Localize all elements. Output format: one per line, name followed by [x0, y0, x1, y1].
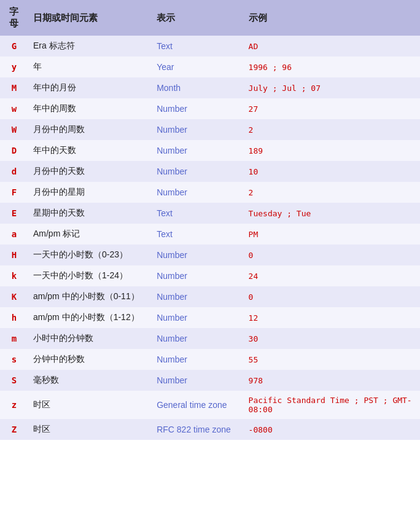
- cell-example: -0800: [244, 419, 420, 440]
- cell-letter: M: [0, 77, 28, 98]
- cell-repr: General time zone: [152, 391, 243, 419]
- cell-repr: Number: [152, 119, 243, 140]
- cell-example: 27: [244, 98, 420, 119]
- table-row: F月份中的星期Number2: [0, 182, 420, 203]
- main-table-container: 字母 日期或时间元素 表示 示例 GEra 标志符TextADy年Year199…: [0, 0, 420, 440]
- col-letter-header: 字母: [0, 0, 28, 36]
- cell-repr: Number: [152, 161, 243, 182]
- cell-desc: 分钟中的秒数: [28, 349, 152, 370]
- table-row: W月份中的周数Number2: [0, 119, 420, 140]
- cell-desc: Era 标志符: [28, 36, 152, 57]
- cell-example: 10: [244, 161, 420, 182]
- cell-letter: z: [0, 391, 28, 419]
- cell-example: July ; Jul ; 07: [244, 77, 420, 98]
- cell-repr: Text: [152, 203, 243, 224]
- cell-letter: S: [0, 370, 28, 391]
- cell-repr: Number: [152, 328, 243, 349]
- cell-example: 2: [244, 182, 420, 203]
- cell-example: 30: [244, 328, 420, 349]
- cell-repr: Year: [152, 57, 243, 77]
- cell-example: 1996 ; 96: [244, 57, 420, 77]
- table-row: w年中的周数Number27: [0, 98, 420, 119]
- cell-example: 55: [244, 349, 420, 370]
- cell-letter: d: [0, 161, 28, 182]
- table-row: ham/pm 中的小时数（1-12）Number12: [0, 307, 420, 328]
- table-row: s分钟中的秒数Number55: [0, 349, 420, 370]
- table-row: H一天中的小时数（0-23）Number0: [0, 245, 420, 265]
- cell-example: 189: [244, 140, 420, 161]
- table-row: D年中的天数Number189: [0, 140, 420, 161]
- col-repr-header: 表示: [152, 0, 243, 36]
- cell-desc: 月份中的周数: [28, 119, 152, 140]
- table-row: y年Year1996 ; 96: [0, 57, 420, 77]
- col-desc-header: 日期或时间元素: [28, 0, 152, 36]
- cell-example: Tuesday ; Tue: [244, 203, 420, 224]
- cell-desc: 时区: [28, 391, 152, 419]
- cell-letter: k: [0, 265, 28, 286]
- cell-example: 978: [244, 370, 420, 391]
- cell-letter: h: [0, 307, 28, 328]
- cell-repr: Number: [152, 370, 243, 391]
- cell-repr: Number: [152, 265, 243, 286]
- table-row: S毫秒数Number978: [0, 370, 420, 391]
- cell-repr: Number: [152, 286, 243, 307]
- cell-desc: 年中的天数: [28, 140, 152, 161]
- cell-letter: E: [0, 203, 28, 224]
- cell-letter: F: [0, 182, 28, 203]
- cell-desc: 年: [28, 57, 152, 77]
- cell-desc: am/pm 中的小时数（1-12）: [28, 307, 152, 328]
- table-row: Kam/pm 中的小时数（0-11）Number0: [0, 286, 420, 307]
- cell-example: PM: [244, 224, 420, 245]
- cell-desc: 小时中的分钟数: [28, 328, 152, 349]
- cell-desc: am/pm 中的小时数（0-11）: [28, 286, 152, 307]
- cell-example: 0: [244, 286, 420, 307]
- cell-desc: 年中的月份: [28, 77, 152, 98]
- cell-desc: 年中的周数: [28, 98, 152, 119]
- cell-desc: 月份中的星期: [28, 182, 152, 203]
- cell-example: 2: [244, 119, 420, 140]
- cell-letter: Z: [0, 419, 28, 440]
- table-header-row: 字母 日期或时间元素 表示 示例: [0, 0, 420, 36]
- table-row: M年中的月份MonthJuly ; Jul ; 07: [0, 77, 420, 98]
- cell-repr: Number: [152, 307, 243, 328]
- table-row: GEra 标志符TextAD: [0, 36, 420, 57]
- cell-example: 12: [244, 307, 420, 328]
- cell-letter: m: [0, 328, 28, 349]
- cell-desc: 一天中的小时数（0-23）: [28, 245, 152, 265]
- cell-desc: 一天中的小时数（1-24）: [28, 265, 152, 286]
- cell-example: AD: [244, 36, 420, 57]
- table-row: m小时中的分钟数Number30: [0, 328, 420, 349]
- cell-letter: G: [0, 36, 28, 57]
- table-row: E星期中的天数TextTuesday ; Tue: [0, 203, 420, 224]
- table-row: d月份中的天数Number10: [0, 161, 420, 182]
- cell-letter: y: [0, 57, 28, 77]
- cell-repr: Number: [152, 245, 243, 265]
- cell-letter: K: [0, 286, 28, 307]
- col-example-header: 示例: [244, 0, 420, 36]
- cell-letter: a: [0, 224, 28, 245]
- cell-letter: D: [0, 140, 28, 161]
- cell-desc: 星期中的天数: [28, 203, 152, 224]
- cell-letter: w: [0, 98, 28, 119]
- cell-repr: Month: [152, 77, 243, 98]
- cell-repr: Number: [152, 349, 243, 370]
- cell-repr: Text: [152, 224, 243, 245]
- cell-desc: 月份中的天数: [28, 161, 152, 182]
- cell-repr: Number: [152, 98, 243, 119]
- cell-example: 24: [244, 265, 420, 286]
- cell-desc: 时区: [28, 419, 152, 440]
- cell-repr: Number: [152, 140, 243, 161]
- table-row: aAm/pm 标记TextPM: [0, 224, 420, 245]
- cell-letter: W: [0, 119, 28, 140]
- date-format-table: 字母 日期或时间元素 表示 示例 GEra 标志符TextADy年Year199…: [0, 0, 420, 440]
- cell-repr: RFC 822 time zone: [152, 419, 243, 440]
- cell-letter: H: [0, 245, 28, 265]
- cell-example: 0: [244, 245, 420, 265]
- cell-example: Pacific Standard Time ; PST ; GMT-08:00: [244, 391, 420, 419]
- table-row: k一天中的小时数（1-24）Number24: [0, 265, 420, 286]
- table-row: z时区General time zonePacific Standard Tim…: [0, 391, 420, 419]
- cell-desc: 毫秒数: [28, 370, 152, 391]
- cell-repr: Text: [152, 36, 243, 57]
- cell-repr: Number: [152, 182, 243, 203]
- cell-letter: s: [0, 349, 28, 370]
